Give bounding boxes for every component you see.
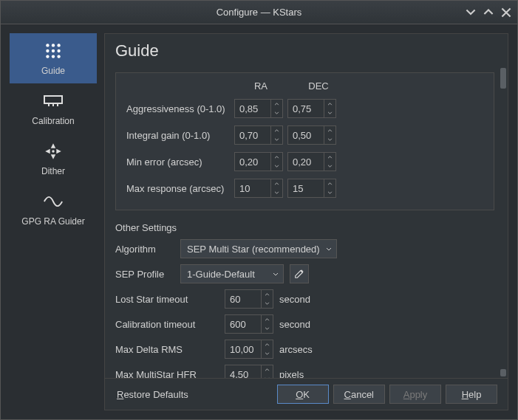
aggressiveness-dec-input[interactable] <box>288 100 324 117</box>
row-lost-star: Lost Star timeout second <box>115 289 494 309</box>
close-icon[interactable] <box>501 7 511 18</box>
spin-down-icon[interactable] <box>271 188 282 197</box>
lost-star-spin[interactable] <box>225 289 273 309</box>
row-max-delta-rms: Max Delta RMS arcsecs <box>115 340 494 359</box>
row-calib-timeout: Calibration timeout second <box>115 314 494 334</box>
column-headers: RA DEC <box>126 80 483 92</box>
spin-down-icon[interactable] <box>324 135 335 144</box>
spin-up-icon[interactable] <box>262 340 273 349</box>
spin-down-icon[interactable] <box>324 109 335 117</box>
other-settings-title: Other Settings <box>115 222 505 233</box>
min-error-dec-input[interactable] <box>288 153 324 171</box>
apply-button[interactable]: Apply <box>389 385 441 404</box>
sep-profile-combo[interactable]: 1-Guide-Default <box>180 264 284 283</box>
restore-defaults-button[interactable]: Restore Defaults <box>115 386 190 403</box>
sep-profile-value: 1-Guide-Default <box>187 269 255 280</box>
max-multistar-hfr-input[interactable] <box>225 365 261 378</box>
titlebar-controls <box>466 7 511 18</box>
spin-up-icon[interactable] <box>324 126 335 135</box>
unit-second: second <box>279 294 310 305</box>
help-button[interactable]: Help <box>446 385 497 404</box>
spin-down-icon[interactable] <box>271 162 282 171</box>
spin-down-icon[interactable] <box>262 324 273 333</box>
maximize-icon[interactable] <box>483 7 494 18</box>
min-error-ra-spin[interactable] <box>234 152 283 171</box>
spin-down-icon[interactable] <box>324 188 335 197</box>
calibration-icon <box>43 91 64 111</box>
min-error-dec-spin[interactable] <box>287 152 336 171</box>
header-ra: RA <box>234 80 287 92</box>
minimize-icon[interactable] <box>466 7 476 18</box>
spin-up-icon[interactable] <box>271 126 282 135</box>
row-max-response: Max response (arcsec) <box>126 179 483 198</box>
sidebar-item-dither[interactable]: Dither <box>10 134 97 184</box>
svg-marker-15 <box>45 149 50 154</box>
spin-up-icon[interactable] <box>271 100 282 109</box>
svg-point-7 <box>52 55 55 58</box>
svg-point-8 <box>57 55 60 58</box>
min-error-ra-input[interactable] <box>235 153 270 171</box>
max-response-ra-input[interactable] <box>235 179 270 197</box>
max-multistar-hfr-spin[interactable] <box>225 365 273 378</box>
unit-second: second <box>279 319 310 330</box>
spin-up-icon[interactable] <box>262 365 273 374</box>
max-response-dec-spin[interactable] <box>287 179 336 198</box>
scrollbar-thumb-bottom[interactable] <box>500 369 506 376</box>
edit-profile-button[interactable] <box>290 264 309 283</box>
sidebar-item-label: GPG RA Guider <box>21 216 84 227</box>
integral-gain-ra-input[interactable] <box>235 126 270 144</box>
scrollbar-thumb[interactable] <box>500 68 506 89</box>
scrollbar[interactable] <box>499 66 508 378</box>
sidebar-item-label: Calibration <box>32 116 74 126</box>
header-dec: DEC <box>292 80 345 92</box>
max-response-dec-input[interactable] <box>288 179 324 197</box>
calib-timeout-spin[interactable] <box>225 314 273 334</box>
cancel-button[interactable]: Cancel <box>333 385 385 404</box>
lost-star-input[interactable] <box>225 290 261 308</box>
sidebar-item-calibration[interactable]: Calibration <box>10 83 97 134</box>
configure-window: Configure — KStars Guide Calibration <box>0 0 518 420</box>
integral-gain-ra-spin[interactable] <box>234 125 283 145</box>
sidebar: Guide Calibration Dither GPG RA Guider <box>10 33 97 410</box>
integral-gain-dec-spin[interactable] <box>287 125 336 145</box>
label-aggressiveness: Aggressiveness (0-1.0) <box>126 103 230 114</box>
dialog-footer: Restore Defaults OK Cancel Apply Help <box>105 378 508 410</box>
calib-timeout-input[interactable] <box>225 315 261 333</box>
row-aggressiveness: Aggressiveness (0-1.0) <box>126 99 483 118</box>
spin-down-icon[interactable] <box>262 374 273 378</box>
spin-down-icon[interactable] <box>271 135 282 144</box>
aggressiveness-ra-input[interactable] <box>235 100 270 117</box>
spin-down-icon[interactable] <box>262 349 273 358</box>
integral-gain-dec-input[interactable] <box>288 126 324 144</box>
pencil-icon <box>294 269 304 279</box>
spin-up-icon[interactable] <box>271 153 282 162</box>
algorithm-combo[interactable]: SEP Multi Star (recommended) <box>180 239 337 258</box>
aggressiveness-dec-spin[interactable] <box>287 99 336 118</box>
spin-up-icon[interactable] <box>262 290 273 299</box>
label-algorithm: Algorithm <box>115 244 174 255</box>
spin-up-icon[interactable] <box>324 153 335 162</box>
spin-down-icon[interactable] <box>262 299 273 308</box>
sidebar-item-label: Guide <box>41 66 65 76</box>
titlebar: Configure — KStars <box>1 1 517 24</box>
max-delta-rms-spin[interactable] <box>225 340 273 359</box>
ok-button[interactable]: OK <box>277 385 329 404</box>
sidebar-item-gpg[interactable]: GPG RA Guider <box>10 184 97 234</box>
window-title: Configure — KStars <box>217 7 302 18</box>
spin-up-icon[interactable] <box>324 179 335 188</box>
spin-up-icon[interactable] <box>262 315 273 324</box>
row-algorithm: Algorithm SEP Multi Star (recommended) <box>115 239 494 258</box>
other-settings-group: Algorithm SEP Multi Star (recommended) S… <box>115 239 494 378</box>
spin-down-icon[interactable] <box>271 109 282 117</box>
unit-pixels: pixels <box>279 369 304 379</box>
max-response-ra-spin[interactable] <box>234 179 283 198</box>
spin-up-icon[interactable] <box>271 179 282 188</box>
aggressiveness-ra-spin[interactable] <box>234 99 283 118</box>
row-sep-profile: SEP Profile 1-Guide-Default <box>115 264 494 283</box>
svg-point-2 <box>57 44 60 47</box>
spin-up-icon[interactable] <box>324 100 335 109</box>
spin-down-icon[interactable] <box>324 162 335 171</box>
sidebar-item-guide[interactable]: Guide <box>10 33 97 83</box>
max-delta-rms-input[interactable] <box>225 340 261 358</box>
chevron-down-icon <box>273 272 279 276</box>
